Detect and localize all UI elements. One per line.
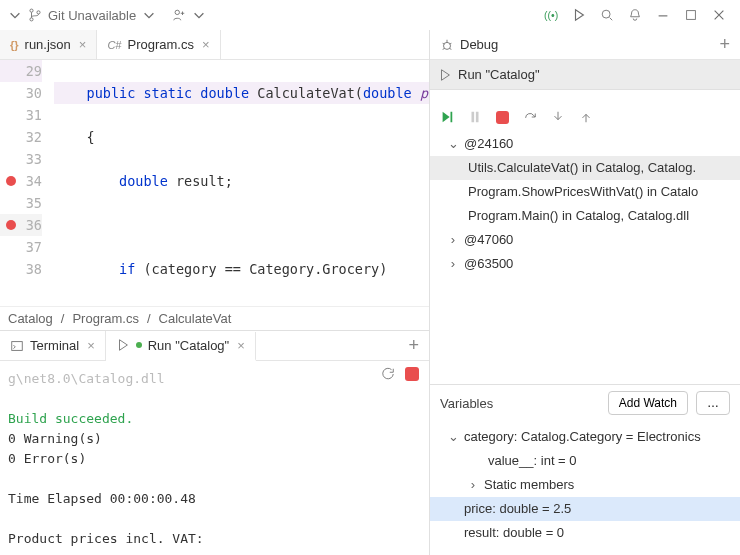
variables-panel: ⌄category: Catalog.Category = Electronic… <box>430 421 740 555</box>
threads-panel: ⌄@24160 Utils.CalculateVat() in Catalog,… <box>430 132 740 286</box>
terminal-icon <box>10 339 24 353</box>
var-row[interactable]: value__: int = 0 <box>430 449 740 473</box>
maximize-icon[interactable] <box>684 8 698 22</box>
stop-button[interactable] <box>405 367 419 381</box>
close-icon[interactable]: × <box>79 37 87 52</box>
tab-program-cs[interactable]: C# Program.cs × <box>97 30 220 59</box>
bottom-tabs: Terminal × Run "Catalog" × + <box>0 331 429 361</box>
csharp-icon: C# <box>107 39 121 51</box>
add-tab-button[interactable]: + <box>398 335 429 356</box>
close-icon[interactable] <box>712 8 726 22</box>
more-button[interactable]: … <box>696 391 730 415</box>
svg-rect-6 <box>687 11 696 20</box>
chevron-down-icon[interactable] <box>142 8 156 22</box>
thread-group[interactable]: ›@63500 <box>430 252 740 276</box>
gutter: 29 30 31 32 33 34 35 36 37 38 <box>0 60 50 306</box>
search-icon[interactable] <box>600 8 614 22</box>
minimize-icon[interactable] <box>656 8 670 22</box>
git-status-label: Git Unavailable <box>48 8 136 23</box>
var-row[interactable]: ›Static members <box>430 473 740 497</box>
thread-group[interactable]: ⌄@24160 <box>430 132 740 156</box>
chevron-down-icon[interactable] <box>192 8 206 22</box>
debug-icon <box>440 38 454 52</box>
svg-point-8 <box>444 42 451 49</box>
step-into-icon[interactable] <box>551 110 565 124</box>
stop-button[interactable] <box>496 111 509 124</box>
top-toolbar: Git Unavailable ((•)) <box>0 0 740 30</box>
svg-rect-7 <box>12 341 23 350</box>
breakpoint-icon[interactable] <box>6 176 16 186</box>
svg-point-5 <box>602 10 610 18</box>
run-icon <box>116 338 130 352</box>
var-row[interactable]: ⌄category: Catalog.Category = Electronic… <box>430 425 740 449</box>
svg-point-2 <box>37 11 40 14</box>
stack-frame[interactable]: Program.ShowPricesWithVat() in Catalo <box>430 180 740 204</box>
git-branch-icon[interactable] <box>28 8 42 22</box>
step-out-icon[interactable] <box>579 110 593 124</box>
tab-run-catalog[interactable]: Run "Catalog" × <box>106 332 256 361</box>
svg-rect-10 <box>472 112 475 123</box>
run-icon <box>438 68 452 82</box>
resume-button[interactable] <box>440 110 454 124</box>
add-tab-button[interactable]: + <box>709 34 740 55</box>
run-icon[interactable] <box>572 8 586 22</box>
stack-frame[interactable]: Utils.CalculateVat() in Catalog, Catalog… <box>430 156 740 180</box>
debug-toolbar <box>430 102 740 132</box>
stack-frame[interactable]: Program.Main() in Catalog, Catalog.dll <box>430 204 740 228</box>
thread-group[interactable]: ›@47060 <box>430 228 740 252</box>
svg-rect-11 <box>476 112 479 123</box>
code-area[interactable]: public static double CalculateVat(double… <box>50 60 429 306</box>
chevron-down-icon[interactable] <box>8 8 22 22</box>
tab-label: Program.cs <box>127 37 193 52</box>
terminal-output[interactable]: g\net8.0\Catalog.dll Build succeeded. 0 … <box>0 361 429 555</box>
tab-label: run.json <box>25 37 71 52</box>
debug-tabs: Debug + <box>430 30 740 60</box>
breakpoint-icon[interactable] <box>6 220 16 230</box>
svg-point-3 <box>175 10 179 14</box>
debug-run-config[interactable]: Run "Catalog" <box>430 60 740 90</box>
close-icon[interactable]: × <box>202 37 210 52</box>
var-row[interactable]: price: double = 2.5 <box>430 497 740 521</box>
breadcrumb[interactable]: Catalog / Program.cs / CalculateVat <box>0 306 429 330</box>
variables-header: Variables Add Watch … <box>430 384 740 421</box>
var-row[interactable]: result: double = 0 <box>430 521 740 545</box>
json-icon: {} <box>10 39 19 51</box>
code-editor[interactable]: 29 30 31 32 33 34 35 36 37 38 public sta… <box>0 60 429 306</box>
build-icon[interactable]: ((•)) <box>544 8 558 22</box>
tab-debug[interactable]: Debug <box>430 30 508 59</box>
editor-tabs: {} run.json × C# Program.cs × <box>0 30 429 60</box>
svg-point-1 <box>30 18 33 21</box>
tab-terminal[interactable]: Terminal × <box>0 331 106 360</box>
svg-rect-9 <box>451 112 453 123</box>
add-user-icon[interactable] <box>172 8 186 22</box>
svg-text:((•)): ((•)) <box>544 9 558 21</box>
tab-run-json[interactable]: {} run.json × <box>0 30 97 59</box>
step-over-icon[interactable] <box>523 110 537 124</box>
add-watch-button[interactable]: Add Watch <box>608 391 688 415</box>
pause-button <box>468 110 482 124</box>
rerun-icon[interactable] <box>381 367 395 381</box>
running-dot-icon <box>136 342 142 348</box>
bell-icon[interactable] <box>628 8 642 22</box>
svg-point-0 <box>30 9 33 12</box>
close-icon[interactable]: × <box>87 338 95 353</box>
close-icon[interactable]: × <box>237 338 245 353</box>
